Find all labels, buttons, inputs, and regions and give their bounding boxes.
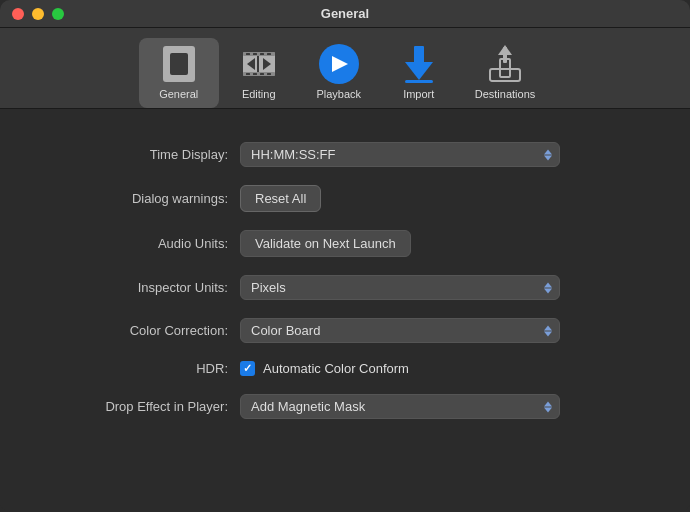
svg-rect-4 bbox=[253, 53, 257, 55]
svg-rect-20 bbox=[490, 69, 520, 81]
toolbar-label-destinations: Destinations bbox=[475, 88, 536, 100]
titlebar: General bbox=[0, 0, 690, 28]
hdr-checkbox-wrapper: Automatic Color Conform bbox=[240, 361, 560, 376]
main-window: General General bbox=[0, 0, 690, 512]
toolbar-label-general: General bbox=[159, 88, 198, 100]
time-display-select-wrapper: HH:MM:SS:FF HH:MM:SS Frames Seconds bbox=[240, 142, 560, 167]
time-display-control: HH:MM:SS:FF HH:MM:SS Frames Seconds bbox=[240, 142, 560, 167]
validate-button[interactable]: Validate on Next Launch bbox=[240, 230, 411, 257]
inspector-units-control: Pixels Percent bbox=[240, 275, 560, 300]
toolbar-item-playback[interactable]: Playback bbox=[299, 38, 379, 108]
color-correction-row: Color Correction: Color Board Color Whee… bbox=[40, 309, 650, 352]
general-icon bbox=[159, 44, 199, 84]
toolbar-item-destinations[interactable]: Destinations bbox=[459, 38, 552, 108]
svg-rect-6 bbox=[267, 53, 271, 55]
inspector-units-label: Inspector Units: bbox=[40, 280, 240, 295]
svg-rect-3 bbox=[246, 53, 250, 55]
reset-all-button[interactable]: Reset All bbox=[240, 185, 321, 212]
import-icon bbox=[399, 44, 439, 84]
color-correction-label: Color Correction: bbox=[40, 323, 240, 338]
drop-effect-select[interactable]: Add Magnetic Mask Add Color Mask None bbox=[240, 394, 560, 419]
hdr-control: Automatic Color Conform bbox=[240, 361, 560, 376]
toolbar-label-playback: Playback bbox=[316, 88, 361, 100]
color-correction-select[interactable]: Color Board Color Wheels Color Curves bbox=[240, 318, 560, 343]
svg-rect-7 bbox=[246, 73, 250, 75]
svg-rect-9 bbox=[260, 73, 264, 75]
svg-rect-5 bbox=[260, 53, 264, 55]
dialog-warnings-control: Reset All bbox=[240, 185, 560, 212]
toolbar-item-general[interactable]: General bbox=[139, 38, 219, 108]
drop-effect-select-wrapper: Add Magnetic Mask Add Color Mask None bbox=[240, 394, 560, 419]
close-button[interactable] bbox=[12, 8, 24, 20]
maximize-button[interactable] bbox=[52, 8, 64, 20]
drop-effect-row: Drop Effect in Player: Add Magnetic Mask… bbox=[40, 385, 650, 428]
time-display-select[interactable]: HH:MM:SS:FF HH:MM:SS Frames Seconds bbox=[240, 142, 560, 167]
settings-content: Time Display: HH:MM:SS:FF HH:MM:SS Frame… bbox=[0, 109, 690, 512]
svg-rect-16 bbox=[405, 80, 433, 83]
destinations-icon bbox=[485, 44, 525, 84]
color-correction-control: Color Board Color Wheels Color Curves bbox=[240, 318, 560, 343]
hdr-checkbox-label: Automatic Color Conform bbox=[263, 361, 409, 376]
svg-rect-11 bbox=[257, 56, 259, 72]
hdr-label: HDR: bbox=[40, 361, 240, 376]
window-title: General bbox=[321, 6, 369, 21]
svg-marker-15 bbox=[405, 62, 433, 80]
audio-units-row: Audio Units: Validate on Next Launch bbox=[40, 221, 650, 266]
time-display-row: Time Display: HH:MM:SS:FF HH:MM:SS Frame… bbox=[40, 133, 650, 176]
minimize-button[interactable] bbox=[32, 8, 44, 20]
drop-effect-label: Drop Effect in Player: bbox=[40, 399, 240, 414]
editing-icon bbox=[239, 44, 279, 84]
toolbar: General bbox=[0, 28, 690, 109]
color-correction-select-wrapper: Color Board Color Wheels Color Curves bbox=[240, 318, 560, 343]
toolbar-label-editing: Editing bbox=[242, 88, 276, 100]
toolbar-item-import[interactable]: Import bbox=[379, 38, 459, 108]
svg-rect-8 bbox=[253, 73, 257, 75]
time-display-label: Time Display: bbox=[40, 147, 240, 162]
hdr-checkbox[interactable] bbox=[240, 361, 255, 376]
traffic-lights bbox=[12, 8, 64, 20]
toolbar-item-editing[interactable]: Editing bbox=[219, 38, 299, 108]
inspector-units-select[interactable]: Pixels Percent bbox=[240, 275, 560, 300]
hdr-row: HDR: Automatic Color Conform bbox=[40, 352, 650, 385]
dialog-warnings-label: Dialog warnings: bbox=[40, 191, 240, 206]
playback-icon bbox=[319, 44, 359, 84]
inspector-units-select-wrapper: Pixels Percent bbox=[240, 275, 560, 300]
inspector-units-row: Inspector Units: Pixels Percent bbox=[40, 266, 650, 309]
drop-effect-control: Add Magnetic Mask Add Color Mask None bbox=[240, 394, 560, 419]
audio-units-control: Validate on Next Launch bbox=[240, 230, 560, 257]
dialog-warnings-row: Dialog warnings: Reset All bbox=[40, 176, 650, 221]
toolbar-label-import: Import bbox=[403, 88, 434, 100]
svg-marker-19 bbox=[498, 45, 512, 55]
svg-rect-10 bbox=[267, 73, 271, 75]
audio-units-label: Audio Units: bbox=[40, 236, 240, 251]
